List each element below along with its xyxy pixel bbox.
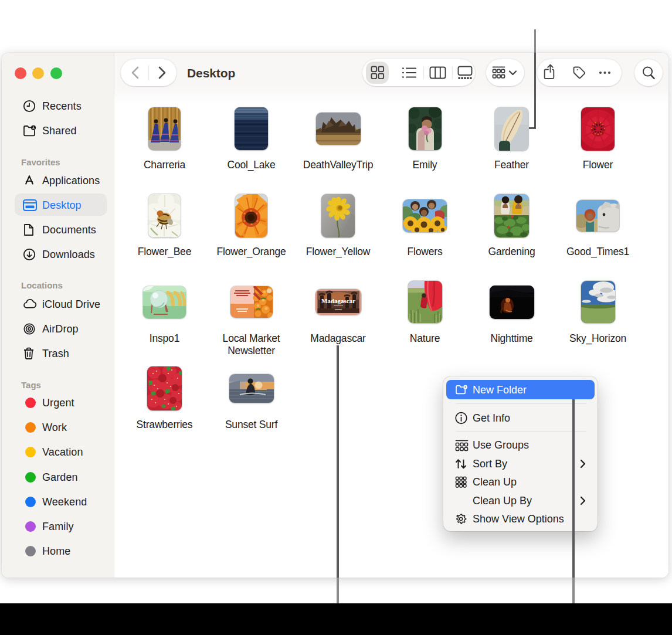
- svg-text:Madagascar: Madagascar: [321, 297, 355, 304]
